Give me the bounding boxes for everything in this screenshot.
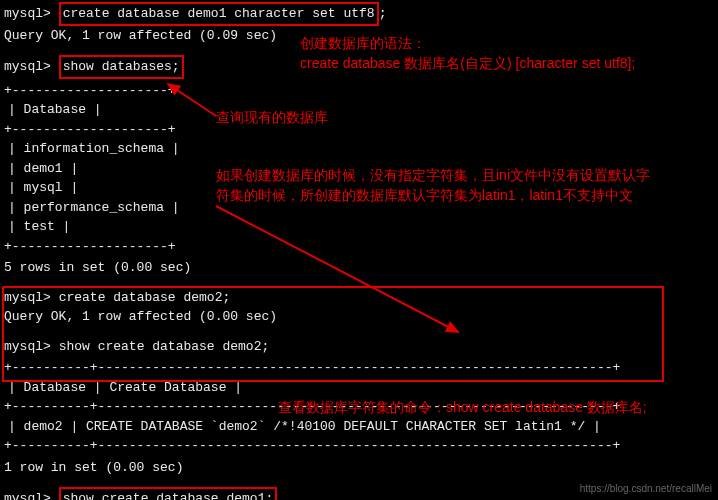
table-row: | demo2 | CREATE DATABASE `demo2` /*!401… <box>4 417 714 437</box>
cmd-line-1: mysql> create database demo1 character s… <box>4 2 714 26</box>
query-result-2: Query OK, 1 row affected (0.00 sec) <box>4 307 714 327</box>
mysql-prompt: mysql> <box>4 290 51 305</box>
annotation-show-db: 查询现有的数据库 <box>216 108 328 128</box>
cmd-line-4: mysql> show create database demo2; <box>4 337 714 357</box>
table-row: | test | <box>4 217 714 237</box>
cmd-line-3: mysql> create database demo2; <box>4 288 714 308</box>
mysql-prompt: mysql> <box>4 491 51 500</box>
show-databases-cmd: show databases; <box>59 55 184 79</box>
create-db-demo1-cmd: create database demo1 character set utf8 <box>59 2 379 26</box>
table-header: | Database | Create Database | <box>4 378 714 398</box>
annotation-show-create: 查看数据库字符集的命令：show create database 数据库名; <box>278 398 647 418</box>
table-row: | information_schema | <box>4 139 714 159</box>
terminal-output: mysql> create database demo1 character s… <box>4 2 714 500</box>
mysql-prompt: mysql> <box>4 6 51 21</box>
annotation-latin1: 如果创建数据库的时候，没有指定字符集，且ini文件中没有设置默认字 符集的时候，… <box>216 166 650 205</box>
table-header: | Database | <box>4 100 714 120</box>
watermark: https://blog.csdn.net/recallMei <box>580 481 712 496</box>
mysql-prompt: mysql> <box>4 59 51 74</box>
annotation-create-syntax: 创建数据库的语法： create database 数据库名(自定义) [cha… <box>300 34 635 73</box>
rows-footer: 5 rows in set (0.00 sec) <box>4 258 714 278</box>
show-create-db-demo1-cmd: show create database demo1; <box>59 487 278 500</box>
rows-footer: 1 row in set (0.00 sec) <box>4 458 714 478</box>
mysql-prompt: mysql> <box>4 339 51 354</box>
